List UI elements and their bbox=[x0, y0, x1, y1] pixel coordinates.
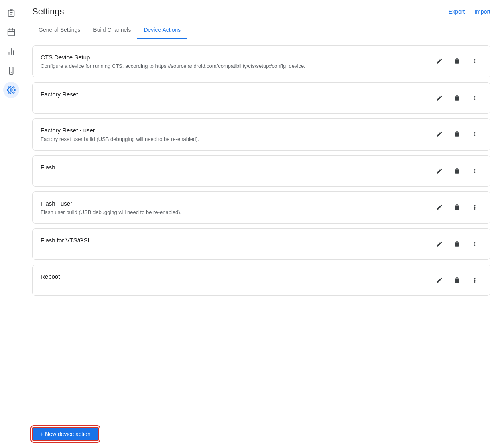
more-button[interactable] bbox=[467, 54, 482, 68]
delete-button[interactable] bbox=[450, 54, 464, 68]
svg-point-13 bbox=[10, 89, 12, 91]
sidebar bbox=[0, 0, 22, 448]
action-description: Flash user build (USB debugging will nee… bbox=[41, 209, 426, 215]
action-title: Flash bbox=[41, 164, 426, 171]
edit-button[interactable] bbox=[432, 273, 447, 287]
action-card-content: Flash for VTS/GSI bbox=[41, 237, 426, 246]
action-buttons bbox=[432, 273, 482, 287]
action-card-content: Flash bbox=[41, 164, 426, 173]
page-header: Settings Export Import bbox=[22, 0, 500, 17]
action-buttons bbox=[432, 200, 482, 214]
action-title: Reboot bbox=[41, 273, 426, 280]
action-card-reboot: Reboot bbox=[32, 265, 490, 296]
delete-button[interactable] bbox=[450, 91, 464, 105]
sidebar-item-chart[interactable] bbox=[3, 43, 19, 59]
action-card-flash-vts-gsi: Flash for VTS/GSI bbox=[32, 228, 490, 260]
more-button[interactable] bbox=[467, 200, 482, 214]
action-title: Flash for VTS/GSI bbox=[41, 237, 426, 244]
action-title: CTS Device Setup bbox=[41, 54, 426, 61]
delete-button[interactable] bbox=[450, 200, 464, 214]
edit-button[interactable] bbox=[432, 200, 447, 214]
sidebar-item-clipboard[interactable] bbox=[3, 5, 19, 21]
page-title: Settings bbox=[32, 6, 64, 17]
action-buttons bbox=[432, 164, 482, 178]
more-button[interactable] bbox=[467, 127, 482, 141]
tab-device-actions[interactable]: Device Actions bbox=[137, 22, 187, 39]
action-card-factory-reset: Factory Reset bbox=[32, 82, 490, 114]
action-title: Factory Reset bbox=[41, 91, 426, 98]
svg-rect-1 bbox=[8, 10, 14, 17]
action-card-content: Factory Reset bbox=[41, 91, 426, 100]
action-buttons bbox=[432, 91, 482, 105]
more-button[interactable] bbox=[467, 273, 482, 287]
action-card-flash-user: Flash - user Flash user build (USB debug… bbox=[32, 191, 490, 224]
import-link[interactable]: Import bbox=[474, 8, 490, 15]
tab-general-settings[interactable]: General Settings bbox=[32, 22, 87, 39]
bottom-bar: + New device action bbox=[22, 419, 500, 448]
edit-button[interactable] bbox=[432, 237, 447, 251]
action-card-cts-device-setup: CTS Device Setup Configure a device for … bbox=[32, 45, 490, 77]
action-card-flash: Flash bbox=[32, 155, 490, 187]
main-content: Settings Export Import General Settings … bbox=[22, 0, 500, 448]
action-card-content: CTS Device Setup Configure a device for … bbox=[41, 54, 426, 69]
tab-build-channels[interactable]: Build Channels bbox=[87, 22, 137, 39]
sidebar-item-calendar[interactable] bbox=[3, 24, 19, 40]
sidebar-item-settings[interactable] bbox=[3, 82, 19, 98]
new-device-action-button[interactable]: + New device action bbox=[32, 427, 99, 441]
delete-button[interactable] bbox=[450, 237, 464, 251]
action-card-content: Reboot bbox=[41, 273, 426, 282]
edit-button[interactable] bbox=[432, 54, 447, 68]
delete-button[interactable] bbox=[450, 273, 464, 287]
sidebar-item-device[interactable] bbox=[3, 63, 19, 79]
delete-button[interactable] bbox=[450, 127, 464, 141]
edit-button[interactable] bbox=[432, 91, 447, 105]
edit-button[interactable] bbox=[432, 164, 447, 178]
more-button[interactable] bbox=[467, 164, 482, 178]
action-buttons bbox=[432, 127, 482, 141]
action-card-content: Flash - user Flash user build (USB debug… bbox=[41, 200, 426, 215]
header-actions: Export Import bbox=[449, 8, 490, 15]
action-description: Factory reset user build (USB debugging … bbox=[41, 136, 426, 142]
action-description: Configure a device for running CTS, acco… bbox=[41, 63, 426, 69]
delete-button[interactable] bbox=[450, 164, 464, 178]
action-buttons bbox=[432, 237, 482, 251]
content-area: CTS Device Setup Configure a device for … bbox=[22, 39, 500, 448]
edit-button[interactable] bbox=[432, 127, 447, 141]
action-title: Flash - user bbox=[41, 200, 426, 207]
export-link[interactable]: Export bbox=[449, 8, 465, 15]
svg-rect-4 bbox=[8, 29, 14, 36]
action-title: Factory Reset - user bbox=[41, 127, 426, 134]
tabs-bar: General Settings Build Channels Device A… bbox=[22, 22, 500, 39]
action-buttons bbox=[432, 54, 482, 68]
more-button[interactable] bbox=[467, 237, 482, 251]
more-button[interactable] bbox=[467, 91, 482, 105]
action-card-content: Factory Reset - user Factory reset user … bbox=[41, 127, 426, 142]
action-card-factory-reset-user: Factory Reset - user Factory reset user … bbox=[32, 118, 490, 151]
